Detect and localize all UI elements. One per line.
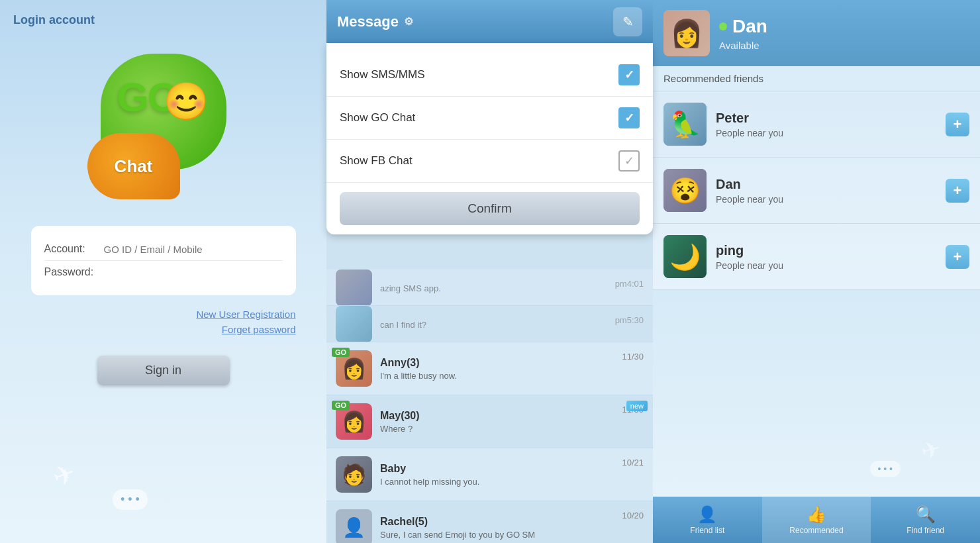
friend-desc-dan: People near you: [716, 194, 946, 205]
paper-plane-icon-right: ✈: [918, 435, 943, 466]
friend-list-icon: 👤: [697, 505, 717, 524]
msg-name-anny: Anny(3): [380, 357, 622, 369]
paper-plane-icon-left: ✈: [48, 457, 80, 493]
account-row: Account:: [44, 238, 283, 261]
hidden-message-1[interactable]: azing SMS app. pm4:01: [326, 270, 653, 306]
compose-icon: ✎: [622, 14, 634, 30]
new-badge-may: new: [626, 401, 648, 411]
compose-button[interactable]: ✎: [613, 7, 642, 36]
sms-mms-label: Show SMS/MMS: [340, 68, 424, 81]
msg-content-anny: Anny(3) I'm a little busy now.: [380, 357, 622, 381]
msg-name-may: May(30): [380, 410, 622, 422]
password-input[interactable]: [104, 267, 283, 278]
msg-preview-hidden-1: azing SMS app.: [380, 283, 565, 293]
fb-chat-label: Show FB Chat: [340, 154, 413, 168]
badge-go-may: GO: [332, 401, 350, 410]
sms-mms-option[interactable]: Show SMS/MMS ✓: [326, 54, 653, 97]
recommended-title: Recommended friends: [653, 66, 980, 91]
friend-avatar-peter: 🦜: [663, 103, 707, 146]
filter-dropdown: Show SMS/MMS ✓ Show GO Chat ✓ Show FB Ch…: [326, 43, 653, 234]
message-list: azing SMS app. pm4:01 can I find it? pm5…: [326, 268, 653, 543]
find-friend-label: Find friend: [906, 526, 944, 535]
message-settings-icon[interactable]: ⚙: [404, 15, 413, 28]
friend-item-dan[interactable]: 😵 Dan People near you +: [653, 158, 980, 224]
msg-name-baby: Baby: [380, 463, 622, 475]
msg-content-hidden-2: can I find it?: [380, 318, 615, 330]
conversation-may[interactable]: GO 👩 May(30) Where ? 11/30 new: [326, 395, 653, 448]
login-form: Account: Password:: [31, 226, 296, 295]
password-row: Password:: [44, 261, 283, 283]
sms-mms-checkmark: ✓: [624, 68, 634, 82]
conversation-rachel[interactable]: 👤 Rachel(5) Sure, I can send Emoji to yo…: [326, 501, 653, 543]
login-title: Login account: [13, 13, 95, 27]
add-ping-button[interactable]: +: [946, 245, 969, 269]
hidden-message-2[interactable]: can I find it? pm5:30: [326, 306, 653, 342]
msg-content-baby: Baby I cannot help missing you.: [380, 463, 622, 487]
msg-time-anny: 11/30: [622, 352, 644, 362]
nav-find-friend[interactable]: 🔍 Find friend: [871, 497, 980, 543]
fb-chat-option[interactable]: Show FB Chat ✓: [326, 140, 653, 183]
friend-item-peter[interactable]: 🦜 Peter People near you +: [653, 91, 980, 158]
nav-recommended[interactable]: 👍 Recommended: [762, 497, 871, 543]
friend-info-dan: Dan People near you: [716, 177, 946, 205]
friend-avatar-img-ping: 🌙: [663, 235, 707, 278]
friend-avatar-ping: 🌙: [663, 235, 707, 278]
msg-preview-hidden-2: can I find it?: [380, 320, 565, 330]
badge-go-anny: GO: [332, 348, 350, 357]
avatar-face-dan: 👩: [663, 10, 710, 56]
logo-container: GO 😊 Chat: [87, 54, 240, 199]
nav-friend-list[interactable]: 👤 Friend list: [653, 497, 762, 543]
msg-preview-may: Where ?: [380, 424, 565, 434]
friend-name-dan: Dan: [716, 177, 946, 192]
friend-name-ping: ping: [716, 243, 946, 258]
dropdown-arrow: [326, 43, 653, 54]
msg-name-rachel: Rachel(5): [380, 516, 622, 528]
current-user-avatar: 👩: [663, 10, 710, 56]
fb-chat-checkbox[interactable]: ✓: [618, 150, 640, 172]
avatar-img-hidden-1: [336, 270, 372, 306]
friend-item-ping[interactable]: 🌙 ping People near you +: [653, 224, 980, 290]
go-chat-checkbox[interactable]: ✓: [618, 107, 640, 128]
recommended-icon: 👍: [807, 505, 826, 524]
current-user-info: Dan Available: [719, 16, 969, 51]
avatar-img-rachel: 👤: [342, 517, 366, 538]
friend-avatar-img-peter: 🦜: [663, 103, 707, 146]
msg-time-baby: 10/21: [622, 458, 644, 468]
avatar-baby: 🧑: [336, 456, 372, 493]
msg-time-hidden-2: pm5:30: [615, 315, 644, 325]
signin-button[interactable]: Sign in: [97, 356, 230, 385]
new-user-link[interactable]: New User Registration: [31, 309, 296, 320]
links-area: New User Registration Forget password: [31, 309, 296, 339]
message-header: Message ⚙ ✎: [326, 0, 653, 43]
go-chat-option[interactable]: Show GO Chat ✓: [326, 97, 653, 140]
login-panel: Login account GO 😊 Chat Account: Passwor…: [0, 0, 326, 543]
forget-password-link[interactable]: Forget password: [31, 324, 296, 335]
current-user-name-row: Dan: [719, 16, 969, 37]
friend-desc-ping: People near you: [716, 260, 946, 271]
friend-list-label: Friend list: [690, 526, 724, 535]
sms-mms-checkbox[interactable]: ✓: [618, 64, 640, 85]
recommended-label: Recommended: [789, 526, 843, 535]
friend-name-peter: Peter: [716, 111, 946, 126]
conversation-baby[interactable]: 🧑 Baby I cannot help missing you. 10/21: [326, 448, 653, 501]
orange-bubble: Chat: [87, 133, 180, 199]
people-header: 👩 Dan Available: [653, 0, 980, 66]
go-chat-label: Show GO Chat: [340, 111, 415, 124]
msg-preview-baby: I cannot help missing you.: [380, 477, 565, 487]
current-user-avatar-img: 👩: [663, 10, 710, 56]
add-dan-button[interactable]: +: [946, 179, 969, 203]
people-panel: 👩 Dan Available Recommended friends 🦜 Pe…: [653, 0, 980, 543]
current-user-status: Available: [719, 40, 969, 51]
avatar-hidden-2: [336, 306, 372, 342]
account-input[interactable]: [104, 244, 283, 255]
add-peter-button[interactable]: +: [946, 113, 969, 136]
message-title-text: Message: [337, 13, 399, 30]
friend-avatar-img-dan: 😵: [663, 169, 707, 212]
friend-avatar-dan: 😵: [663, 169, 707, 212]
confirm-button[interactable]: Confirm: [340, 192, 640, 225]
msg-time-hidden-1: pm4:01: [615, 279, 644, 289]
message-panel: Message ⚙ ✎ Show SMS/MMS ✓ Show GO Chat …: [326, 0, 653, 543]
msg-content-hidden-1: azing SMS app.: [380, 281, 615, 293]
confirm-row: Confirm: [326, 183, 653, 234]
conversation-anny[interactable]: GO 👩 Anny(3) I'm a little busy now. 11/3…: [326, 342, 653, 395]
